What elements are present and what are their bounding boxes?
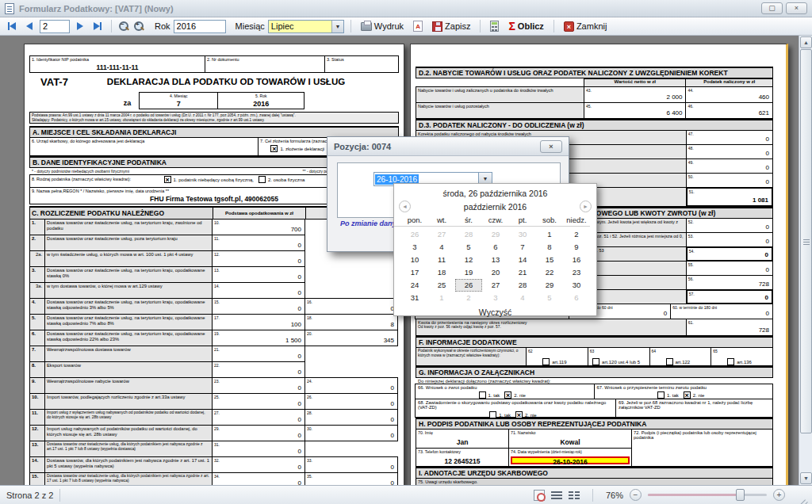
unchecked-checkbox[interactable] — [542, 358, 550, 365]
zoom-out-icon[interactable]: − — [118, 21, 130, 32]
rok-box[interactable]: 5. Rok2016 — [217, 92, 304, 109]
calendar-day[interactable]: 2 — [563, 228, 590, 241]
calendar-day[interactable]: 29 — [482, 228, 509, 241]
value-cell[interactable]: 34.0 — [212, 472, 305, 485]
checked-checkbox[interactable]: × — [515, 411, 523, 418]
value-cell[interactable]: 14.0 — [212, 282, 305, 299]
value-cell[interactable]: 11.0 — [212, 235, 305, 251]
next-page-button[interactable] — [73, 20, 87, 32]
value-cell[interactable]: 28.0 — [304, 409, 398, 426]
last-page-button[interactable] — [90, 20, 105, 32]
value-cell[interactable]: 17.100 — [212, 314, 305, 330]
value-cell[interactable]: 22.0 — [212, 361, 305, 378]
unchecked-checkbox[interactable] — [657, 391, 665, 399]
zoom-decrease-button[interactable]: − — [630, 489, 642, 501]
value-cell[interactable]: 27.0 — [212, 409, 305, 426]
selected-day[interactable]: 26 — [455, 279, 482, 292]
calendar-day[interactable]: 18 — [428, 266, 455, 279]
calendar-day[interactable]: 12 — [455, 254, 482, 266]
window-close-button[interactable]: × — [786, 2, 807, 14]
value-cell[interactable]: 51.1 081 — [686, 187, 773, 207]
miesiac-box[interactable]: 4. Miesiąc7 — [139, 92, 218, 109]
nazwisko-field[interactable]: 71. NazwiskoKowal — [508, 429, 632, 449]
scroll-up-icon[interactable]: ▲ — [800, 36, 812, 48]
calendar-day[interactable]: 31 — [401, 292, 428, 304]
calendar-clear-button[interactable]: Wyczyść — [394, 307, 596, 317]
multi-page-view-icon[interactable] — [569, 491, 580, 500]
value-cell[interactable]: 13.0 — [212, 266, 305, 283]
value-cell[interactable]: 47.0 — [686, 130, 773, 145]
calendar-day[interactable]: 11 — [428, 254, 455, 266]
value-cell[interactable]: 32.0 — [212, 456, 305, 473]
unchecked-checkbox[interactable] — [489, 411, 496, 418]
calendar-day[interactable]: 6 — [482, 241, 509, 254]
zoom-slider-thumb[interactable] — [736, 489, 745, 501]
value-cell[interactable]: 12.0 — [212, 250, 305, 267]
value-cell[interactable]: 48.0 — [686, 144, 773, 159]
zoom-fit-icon[interactable] — [534, 490, 545, 501]
calendar-day[interactable]: 24 — [401, 279, 428, 292]
unchecked-checkbox[interactable] — [727, 358, 734, 365]
calendar-day[interactable]: 29 — [536, 279, 563, 292]
value-cell[interactable]: 20.345 — [304, 330, 398, 346]
page-number-input[interactable] — [40, 20, 70, 33]
value-cell[interactable]: 50.0 — [686, 173, 773, 188]
calendar-day[interactable]: 13 — [482, 254, 509, 266]
checked-checkbox[interactable]: × — [270, 145, 278, 152]
value-cell[interactable]: 57.0 — [686, 289, 773, 304]
calendar-day[interactable]: 8 — [536, 241, 563, 254]
miesiac-select[interactable]: Lipiec ▼ — [268, 20, 344, 33]
calendar-day[interactable]: 10 — [401, 254, 428, 266]
deadline-cell[interactable]: 60. w terminie do 180 dni0 — [670, 304, 773, 319]
wydruk-button[interactable]: Wydruk — [358, 20, 407, 32]
value-cell[interactable]: 31.0 — [212, 441, 305, 457]
window-restore-button[interactable]: ▢ — [761, 2, 783, 14]
value-cell[interactable]: 33.0 — [304, 456, 398, 473]
value-cell[interactable]: 46.621 — [685, 102, 773, 119]
calendar-day[interactable]: 5 — [536, 292, 563, 304]
unchecked-checkbox[interactable] — [592, 358, 599, 365]
rok-input[interactable] — [174, 20, 226, 33]
value-cell-61[interactable]: 61.728 — [686, 319, 773, 336]
dialog-close-button[interactable]: × — [540, 140, 562, 153]
value-cell[interactable]: 43.2 000 — [584, 86, 686, 103]
calendar-day[interactable]: 28 — [509, 279, 536, 292]
calendar-day[interactable]: 5 — [455, 241, 482, 254]
value-cell[interactable]: 24.0 — [304, 377, 398, 394]
calendar-next-icon[interactable]: ► — [580, 200, 592, 212]
value-cell[interactable]: 25.0 — [212, 393, 305, 410]
calendar-day[interactable]: 27 — [428, 228, 455, 241]
calendar-day[interactable]: 9 — [563, 241, 590, 254]
calendar-day[interactable]: 17 — [401, 266, 428, 279]
calendar-day[interactable]: 15 — [536, 254, 563, 266]
value-cell[interactable]: 23.0 — [212, 377, 305, 394]
checked-checkbox[interactable]: × — [164, 176, 171, 183]
value-cell[interactable]: 15.0 — [212, 298, 305, 315]
zoom-in-icon[interactable]: + — [133, 21, 145, 32]
value-cell[interactable]: 49.0 — [686, 158, 773, 174]
unchecked-checkbox[interactable] — [479, 391, 486, 399]
value-cell[interactable]: 10.700 — [212, 219, 305, 235]
value-cell[interactable]: 26.0 — [304, 393, 398, 410]
value-cell[interactable]: 45.6 400 — [584, 102, 686, 119]
pdf-button[interactable]: A — [410, 19, 426, 33]
calculator-button[interactable] — [487, 19, 502, 33]
calendar-day[interactable]: 20 — [482, 266, 509, 279]
value-cell[interactable]: 52.0 — [686, 218, 773, 233]
telefon-field[interactable]: 73. Telefon kontaktowy12 2645215 — [416, 448, 509, 468]
value-cell[interactable]: 18.8 — [304, 314, 398, 330]
zamknij-button[interactable]: × Zamknij — [561, 20, 611, 33]
calendar-day[interactable]: 30 — [563, 279, 590, 292]
scroll-down-icon[interactable]: ▼ — [800, 472, 812, 484]
data-wypelnienia-field[interactable]: 74. Data wypełnienia (dzień-miesiąc-rok)… — [508, 448, 632, 468]
scrollbar-thumb[interactable] — [800, 49, 812, 433]
previous-page-button[interactable] — [22, 20, 36, 32]
unchecked-checkbox[interactable] — [666, 358, 673, 365]
checked-checkbox[interactable]: × — [684, 391, 691, 399]
value-cell[interactable]: 19.1 500 — [212, 330, 305, 346]
nip-field[interactable]: 1. Identyfikator NIP podatnika111-111-11… — [29, 55, 205, 73]
zoom-increase-button[interactable]: + — [773, 489, 785, 501]
calendar-day[interactable]: 23 — [563, 266, 590, 279]
calendar-day[interactable]: 3 — [401, 241, 428, 254]
unchecked-checkbox[interactable] — [259, 176, 266, 183]
